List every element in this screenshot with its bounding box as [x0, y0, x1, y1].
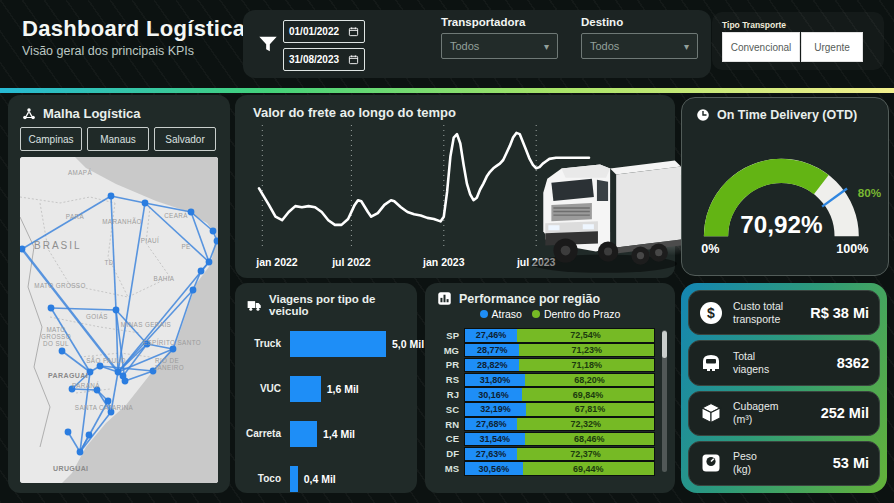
atraso-segment[interactable]: 31,80%: [465, 374, 525, 387]
kpi-label: Cubagem(m³): [733, 400, 779, 426]
map-node: [206, 259, 213, 266]
map-node: [108, 193, 115, 200]
atraso-segment[interactable]: 28,77%: [465, 344, 519, 357]
viagens-category-label: Carreta: [245, 428, 281, 439]
brazil-map[interactable]: AMAPÁPARÁMARANHÃOCEARÁPIAUÍPEBRASILTDBAH…: [20, 157, 218, 483]
kpi-card: Cubagem(m³)252 Mil: [688, 391, 880, 436]
dentro-prazo-segment[interactable]: 68,20%: [525, 374, 654, 387]
map-node: [77, 449, 84, 456]
tipo-urgente-button[interactable]: Urgente: [801, 32, 863, 62]
region-label: SP: [433, 330, 459, 341]
performance-title: Performance por região: [459, 292, 600, 306]
date-end-value: 31/08/2023: [289, 54, 339, 65]
map-label: GROSSO: [41, 333, 71, 340]
map-label: AMAPÁ: [68, 168, 92, 176]
dentro-prazo-segment[interactable]: 69,84%: [522, 388, 654, 401]
viagens-row: VUC1,6 Mil: [245, 366, 411, 411]
viagens-value-label: 1,4 Mil: [323, 428, 355, 440]
destino-select[interactable]: Todos ▾: [581, 33, 698, 59]
viagens-row: Toco0,4 Mil: [245, 456, 411, 501]
dentro-prazo-segment[interactable]: 68,46%: [525, 433, 654, 446]
filter-bar: 01/01/2022 31/08/2023 Transportadora Tod…: [243, 10, 711, 78]
performance-bar: 31,54%68,46%: [464, 432, 655, 447]
dentro-prazo-segment[interactable]: 69,44%: [523, 462, 654, 475]
map-label: SANTA CATARINA: [75, 404, 134, 411]
chart-icon: [437, 291, 452, 306]
region-label: RS: [433, 374, 459, 385]
dentro-prazo-segment[interactable]: 72,54%: [517, 329, 654, 342]
freight-chart-panel: Valor do frete ao longo do tempo jan 202…: [235, 95, 675, 278]
performance-row: RS31,80%68,20%: [433, 372, 655, 387]
map-node: [188, 209, 195, 216]
map-label: PE: [181, 243, 190, 250]
destino-label: Destino: [581, 16, 698, 28]
atraso-segment[interactable]: 27,63%: [465, 448, 517, 461]
map-label: URUGUAI: [53, 465, 88, 472]
map-node: [210, 228, 217, 235]
map-label: BAHIA: [154, 275, 175, 282]
performance-row: DF27,63%72,37%: [433, 446, 655, 461]
kpi-card: Peso(kg)53 Mi: [688, 441, 880, 486]
scrollbar-track[interactable]: [662, 330, 667, 472]
map-node: [48, 305, 55, 312]
kpi-card: Custo totaltransporteR$ 38 Mi: [688, 290, 880, 335]
scrollbar-thumb[interactable]: [662, 331, 667, 358]
atraso-segment[interactable]: 28,82%: [465, 359, 519, 372]
dentro-prazo-segment[interactable]: 71,18%: [519, 359, 654, 372]
tipo-convencional-button[interactable]: Convencional: [722, 32, 800, 62]
date-start-input[interactable]: 01/01/2022: [283, 20, 365, 43]
atraso-segment[interactable]: 31,54%: [465, 433, 525, 446]
viagens-bar[interactable]: [290, 331, 386, 357]
svg-text:100%: 100%: [836, 242, 868, 256]
svg-text:0%: 0%: [701, 242, 719, 256]
region-label: MS: [433, 463, 459, 474]
region-label: CE: [433, 433, 459, 444]
kpi-label: Totalviagens: [733, 350, 769, 376]
dentro-prazo-segment[interactable]: 67,81%: [526, 403, 654, 416]
viagens-bar[interactable]: [290, 466, 298, 492]
performance-row: CE31,54%68,46%: [433, 432, 655, 447]
map-label: BRASIL: [34, 240, 82, 251]
otd-gauge: 70,92% 0% 100% 80%: [688, 130, 884, 266]
dentro-prazo-segment[interactable]: 71,23%: [519, 344, 654, 357]
map-label: MATO: [46, 326, 65, 333]
calendar-icon[interactable]: [348, 54, 359, 65]
freight-chart-title: Valor do frete ao longo do tempo: [253, 105, 456, 120]
kpi-label: Peso(kg): [733, 450, 757, 476]
dentro-prazo-segment[interactable]: 72,32%: [517, 418, 654, 431]
malha-logistica-panel: Malha Logística Campinas Manaus Salvador: [8, 95, 230, 493]
transportadora-value: Todos: [450, 40, 479, 52]
date-end-input[interactable]: 31/08/2023: [283, 48, 365, 71]
city-button-salvador[interactable]: Salvador: [154, 127, 216, 151]
performance-legend: Atraso Dentro do Prazo: [425, 308, 675, 320]
performance-panel: Performance por região Atraso Dentro do …: [425, 283, 675, 493]
otd-title-row: On Time Delivery (OTD): [696, 108, 857, 122]
atraso-segment[interactable]: 27,68%: [465, 418, 517, 431]
atraso-segment[interactable]: 27,46%: [465, 329, 517, 342]
legend-label-atraso: Atraso: [492, 308, 522, 320]
otd-panel: On Time Delivery (OTD) 70,92% 0% 100% 80…: [681, 97, 889, 276]
map-node: [142, 200, 149, 207]
freight-title-row: Valor do frete ao longo do tempo: [253, 105, 456, 120]
truck-icon: [247, 298, 262, 313]
map-label: TD: [104, 259, 113, 266]
x-tick-label: jan 2022: [255, 256, 298, 268]
legend-dot-atraso: [480, 310, 488, 318]
tipo-transporte-label: Tipo Transporte: [722, 20, 786, 30]
viagens-bar[interactable]: [290, 421, 317, 447]
transportadora-select[interactable]: Todos ▾: [441, 33, 558, 59]
atraso-segment[interactable]: 32,19%: [465, 403, 526, 416]
dentro-prazo-segment[interactable]: 72,37%: [517, 448, 654, 461]
city-button-campinas[interactable]: Campinas: [20, 127, 82, 151]
atraso-segment[interactable]: 30,56%: [465, 462, 523, 475]
map-label: PIAUÍ: [141, 236, 159, 244]
atraso-segment[interactable]: 30,16%: [465, 388, 522, 401]
kpi-label: Custo totaltransporte: [733, 300, 783, 326]
calendar-icon[interactable]: [348, 26, 359, 37]
kpi-value: 8362: [837, 355, 869, 371]
viagens-bar[interactable]: [290, 376, 321, 402]
kpi-card-stack: Custo totaltransporteR$ 38 MiTotalviagen…: [681, 283, 887, 493]
viagens-row: Truck5,0 Mil: [245, 321, 411, 366]
malha-title: Malha Logística: [43, 106, 141, 121]
city-button-manaus[interactable]: Manaus: [87, 127, 149, 151]
